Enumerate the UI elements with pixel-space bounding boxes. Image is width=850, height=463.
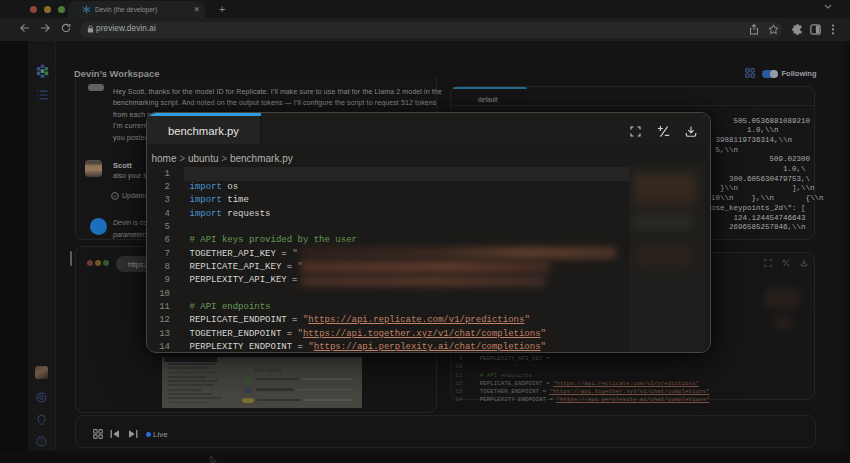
svg-text:?: ? (40, 438, 44, 445)
